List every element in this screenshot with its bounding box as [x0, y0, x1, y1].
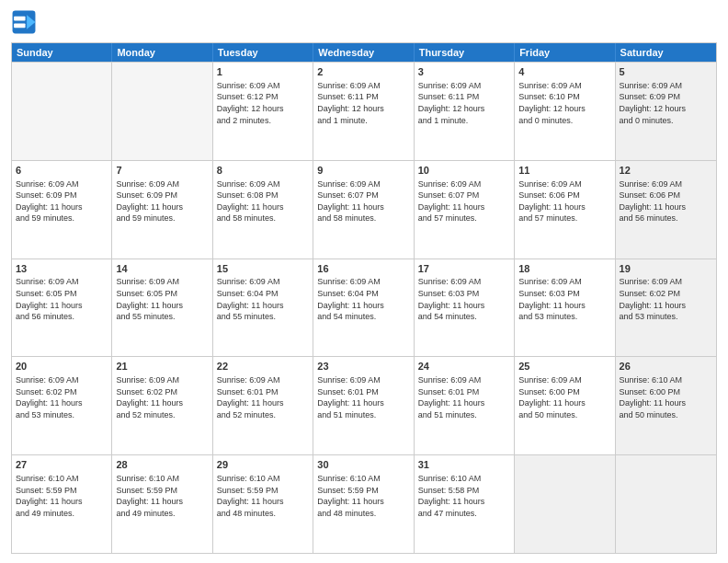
cal-cell-r4c3: 30Sunrise: 6:10 AM Sunset: 5:59 PM Dayli… — [313, 455, 414, 553]
header-day-monday: Monday — [112, 43, 212, 62]
day-number: 1 — [217, 65, 309, 79]
cell-info: Sunrise: 6:09 AM Sunset: 6:07 PM Dayligh… — [418, 178, 510, 224]
cal-cell-r1c2: 8Sunrise: 6:09 AM Sunset: 6:08 PM Daylig… — [213, 161, 313, 259]
cal-cell-r1c0: 6Sunrise: 6:09 AM Sunset: 6:09 PM Daylig… — [12, 161, 112, 259]
cell-info: Sunrise: 6:09 AM Sunset: 6:12 PM Dayligh… — [217, 80, 309, 126]
day-number: 6 — [16, 164, 108, 178]
cell-info: Sunrise: 6:09 AM Sunset: 6:05 PM Dayligh… — [16, 276, 108, 322]
cal-cell-r0c1 — [112, 63, 212, 160]
cal-cell-r2c0: 13Sunrise: 6:09 AM Sunset: 6:05 PM Dayli… — [12, 259, 112, 357]
day-number: 25 — [518, 360, 610, 373]
cell-info: Sunrise: 6:09 AM Sunset: 6:09 PM Dayligh… — [620, 80, 712, 126]
cal-cell-r2c5: 18Sunrise: 6:09 AM Sunset: 6:03 PM Dayli… — [515, 259, 615, 357]
day-number: 21 — [116, 360, 208, 373]
cell-info: Sunrise: 6:09 AM Sunset: 6:11 PM Dayligh… — [317, 80, 409, 126]
header-day-thursday: Thursday — [415, 43, 515, 62]
header-day-friday: Friday — [515, 43, 615, 62]
cell-info: Sunrise: 6:10 AM Sunset: 5:59 PM Dayligh… — [317, 473, 409, 519]
day-number: 28 — [116, 458, 208, 472]
cell-info: Sunrise: 6:10 AM Sunset: 5:59 PM Dayligh… — [116, 473, 208, 519]
svg-rect-3 — [14, 24, 25, 29]
cell-info: Sunrise: 6:09 AM Sunset: 6:09 PM Dayligh… — [116, 178, 208, 224]
day-number: 17 — [418, 262, 510, 276]
day-number: 2 — [317, 65, 409, 79]
cell-info: Sunrise: 6:09 AM Sunset: 6:06 PM Dayligh… — [518, 178, 610, 224]
cal-cell-r3c2: 22Sunrise: 6:09 AM Sunset: 6:01 PM Dayli… — [213, 357, 313, 454]
day-number: 29 — [217, 458, 309, 472]
cell-info: Sunrise: 6:09 AM Sunset: 6:02 PM Dayligh… — [16, 374, 108, 420]
cal-row-3: 20Sunrise: 6:09 AM Sunset: 6:02 PM Dayli… — [12, 356, 716, 454]
cell-info: Sunrise: 6:09 AM Sunset: 6:09 PM Dayligh… — [16, 178, 108, 224]
cell-info: Sunrise: 6:10 AM Sunset: 5:59 PM Dayligh… — [217, 473, 309, 519]
cal-cell-r1c1: 7Sunrise: 6:09 AM Sunset: 6:09 PM Daylig… — [112, 161, 212, 259]
day-number: 22 — [217, 360, 309, 373]
day-number: 5 — [620, 65, 712, 79]
day-number: 13 — [16, 262, 108, 276]
cal-cell-r4c4: 31Sunrise: 6:10 AM Sunset: 5:58 PM Dayli… — [415, 455, 515, 553]
cell-info: Sunrise: 6:09 AM Sunset: 6:10 PM Dayligh… — [518, 80, 610, 126]
cal-cell-r2c6: 19Sunrise: 6:09 AM Sunset: 6:02 PM Dayli… — [616, 259, 716, 357]
day-number: 24 — [418, 360, 510, 373]
cal-cell-r0c5: 4Sunrise: 6:09 AM Sunset: 6:10 PM Daylig… — [515, 63, 615, 160]
cal-cell-r3c3: 23Sunrise: 6:09 AM Sunset: 6:01 PM Dayli… — [313, 357, 414, 454]
cal-cell-r3c6: 26Sunrise: 6:10 AM Sunset: 6:00 PM Dayli… — [616, 357, 716, 454]
cal-cell-r4c6 — [616, 455, 716, 553]
day-number: 15 — [217, 262, 309, 276]
cal-cell-r2c4: 17Sunrise: 6:09 AM Sunset: 6:03 PM Dayli… — [415, 259, 515, 357]
header-day-wednesday: Wednesday — [313, 43, 414, 62]
cell-info: Sunrise: 6:09 AM Sunset: 6:00 PM Dayligh… — [518, 374, 610, 420]
cal-cell-r0c2: 1Sunrise: 6:09 AM Sunset: 6:12 PM Daylig… — [213, 63, 313, 160]
cal-cell-r3c0: 20Sunrise: 6:09 AM Sunset: 6:02 PM Dayli… — [12, 357, 112, 454]
cell-info: Sunrise: 6:09 AM Sunset: 6:05 PM Dayligh… — [116, 276, 208, 322]
logo — [11, 9, 39, 35]
day-number: 11 — [518, 164, 610, 178]
cal-cell-r3c5: 25Sunrise: 6:09 AM Sunset: 6:00 PM Dayli… — [515, 357, 615, 454]
cal-cell-r0c6: 5Sunrise: 6:09 AM Sunset: 6:09 PM Daylig… — [616, 63, 716, 160]
header — [11, 9, 717, 35]
cal-cell-r2c1: 14Sunrise: 6:09 AM Sunset: 6:05 PM Dayli… — [112, 259, 212, 357]
cell-info: Sunrise: 6:09 AM Sunset: 6:04 PM Dayligh… — [217, 276, 309, 322]
cal-cell-r1c6: 12Sunrise: 6:09 AM Sunset: 6:06 PM Dayli… — [616, 161, 716, 259]
cal-row-0: 1Sunrise: 6:09 AM Sunset: 6:12 PM Daylig… — [12, 62, 716, 160]
cal-cell-r3c1: 21Sunrise: 6:09 AM Sunset: 6:02 PM Dayli… — [112, 357, 212, 454]
day-number: 10 — [418, 164, 510, 178]
cal-cell-r0c4: 3Sunrise: 6:09 AM Sunset: 6:11 PM Daylig… — [415, 63, 515, 160]
cal-row-2: 13Sunrise: 6:09 AM Sunset: 6:05 PM Dayli… — [12, 259, 716, 357]
day-number: 18 — [518, 262, 610, 276]
day-number: 16 — [317, 262, 409, 276]
cell-info: Sunrise: 6:09 AM Sunset: 6:11 PM Dayligh… — [418, 80, 510, 126]
cal-cell-r0c0 — [12, 63, 112, 160]
day-number: 30 — [317, 458, 409, 472]
day-number: 19 — [620, 262, 712, 276]
day-number: 31 — [418, 458, 510, 472]
day-number: 12 — [620, 164, 712, 178]
header-day-saturday: Saturday — [616, 43, 716, 62]
cal-cell-r1c3: 9Sunrise: 6:09 AM Sunset: 6:07 PM Daylig… — [313, 161, 414, 259]
cal-cell-r2c3: 16Sunrise: 6:09 AM Sunset: 6:04 PM Dayli… — [313, 259, 414, 357]
cell-info: Sunrise: 6:10 AM Sunset: 6:00 PM Dayligh… — [620, 374, 712, 420]
day-number: 9 — [317, 164, 409, 178]
cal-cell-r4c0: 27Sunrise: 6:10 AM Sunset: 5:59 PM Dayli… — [12, 455, 112, 553]
day-number: 26 — [620, 360, 712, 373]
day-number: 27 — [16, 458, 108, 472]
cal-cell-r4c1: 28Sunrise: 6:10 AM Sunset: 5:59 PM Dayli… — [112, 455, 212, 553]
cell-info: Sunrise: 6:09 AM Sunset: 6:06 PM Dayligh… — [620, 178, 712, 224]
cal-cell-r4c2: 29Sunrise: 6:10 AM Sunset: 5:59 PM Dayli… — [213, 455, 313, 553]
calendar-header: SundayMondayTuesdayWednesdayThursdayFrid… — [12, 43, 716, 62]
cell-info: Sunrise: 6:10 AM Sunset: 5:59 PM Dayligh… — [16, 473, 108, 519]
day-number: 23 — [317, 360, 409, 373]
cell-info: Sunrise: 6:09 AM Sunset: 6:03 PM Dayligh… — [418, 276, 510, 322]
day-number: 14 — [116, 262, 208, 276]
svg-rect-2 — [14, 17, 25, 21]
cal-cell-r2c2: 15Sunrise: 6:09 AM Sunset: 6:04 PM Dayli… — [213, 259, 313, 357]
cell-info: Sunrise: 6:09 AM Sunset: 6:01 PM Dayligh… — [418, 374, 510, 420]
cal-cell-r1c5: 11Sunrise: 6:09 AM Sunset: 6:06 PM Dayli… — [515, 161, 615, 259]
day-number: 20 — [16, 360, 108, 373]
cell-info: Sunrise: 6:09 AM Sunset: 6:03 PM Dayligh… — [518, 276, 610, 322]
cell-info: Sunrise: 6:09 AM Sunset: 6:01 PM Dayligh… — [317, 374, 409, 420]
cell-info: Sunrise: 6:09 AM Sunset: 6:01 PM Dayligh… — [217, 374, 309, 420]
cell-info: Sunrise: 6:09 AM Sunset: 6:02 PM Dayligh… — [116, 374, 208, 420]
cal-cell-r3c4: 24Sunrise: 6:09 AM Sunset: 6:01 PM Dayli… — [415, 357, 515, 454]
cell-info: Sunrise: 6:09 AM Sunset: 6:07 PM Dayligh… — [317, 178, 409, 224]
day-number: 3 — [418, 65, 510, 79]
